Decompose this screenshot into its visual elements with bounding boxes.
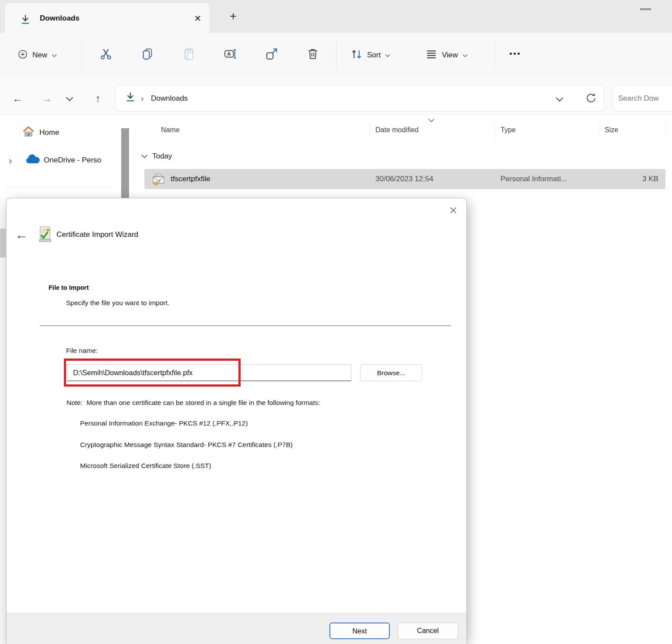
browse-button[interactable]: Browse... [360,364,422,381]
red-annotation-box [64,359,241,387]
section-subheading: Specify the file you want to import. [66,299,169,307]
up-icon[interactable]: ↑ [89,90,107,107]
sidebar-item-home[interactable]: Home [22,124,120,141]
file-date-modified: 30/06/2023 12:54 [375,169,433,189]
view-button[interactable]: View [423,44,470,66]
share-button[interactable] [262,45,281,64]
sort-button-label: Sort [367,51,381,60]
onedrive-cloud-icon [24,154,40,166]
back-icon[interactable]: ← [9,90,26,107]
home-icon [22,125,35,140]
tab-close-icon[interactable]: ✕ [190,12,205,25]
expander-chevron-icon[interactable]: › [9,155,12,167]
chevron-down-icon [385,51,390,59]
sidebar-item-label: OneDrive - Perso [44,156,101,165]
format-item: Personal Information Exchange- PKCS #12 … [80,419,248,427]
toolbar-divider [81,42,82,69]
new-button-label: New [32,51,47,60]
pfx-certificate-file-icon [152,172,166,187]
rename-icon: A [224,47,237,62]
back-icon[interactable]: ← [13,226,30,244]
section-separator [40,325,451,326]
column-separator[interactable] [598,123,599,138]
toolbar-divider [494,42,495,69]
svg-text:A: A [227,51,231,56]
address-dropdown-chevron-icon[interactable] [556,96,564,104]
close-icon[interactable]: ✕ [446,204,461,218]
column-separator[interactable] [370,123,370,138]
scissors-icon [99,47,112,62]
search-input[interactable] [618,86,672,111]
table-row[interactable]: tfscertpfxfile 30/06/2023 12:54 Personal… [144,169,665,189]
download-icon [125,91,136,104]
certificate-import-wizard-dialog: ✕ ← Certificate Import Wizard File to Im… [6,198,467,644]
minimize-icon[interactable] [640,8,651,10]
next-button[interactable]: Next [329,623,390,639]
sort-icon [350,48,363,62]
address-bar[interactable]: › Downloads [116,85,604,112]
share-icon [265,47,278,62]
view-list-icon [425,48,438,62]
sort-button[interactable]: Sort [348,44,393,66]
file-size: 3 KB [604,169,658,189]
dialog-title: Certificate Import Wizard [56,225,138,244]
certificate-wizard-icon [38,225,52,245]
column-header-date-modified[interactable]: Date modified [375,126,419,134]
column-separator[interactable] [665,123,666,138]
more-options-icon[interactable]: ••• [504,45,527,64]
sidebar-item-onedrive[interactable]: OneDrive - Perso [24,151,121,169]
file-name-label: File name: [66,347,98,355]
chevron-down-icon [141,152,148,160]
copy-button[interactable] [138,45,157,64]
refresh-icon[interactable] [585,92,597,106]
delete-button[interactable] [303,45,322,64]
plus-circle-icon [18,49,28,61]
new-button[interactable]: New [11,44,63,66]
breadcrumb-location[interactable]: Downloads [151,85,188,111]
file-name: tfscertpfxfile [171,169,210,189]
sort-indicator-chevron-icon [428,116,435,124]
toolbar-divider [336,42,336,69]
clipboard-icon [182,47,196,62]
search-box[interactable] [612,85,672,112]
note-text: Note: More than one certificate can be s… [66,399,320,407]
tab-downloads[interactable]: Downloads ✕ [4,3,210,33]
column-separator[interactable] [494,123,495,138]
cancel-button[interactable]: Cancel [398,623,458,639]
chevron-down-icon [462,51,468,59]
chevron-down-icon [52,51,57,59]
breadcrumb-separator-icon: › [141,85,144,111]
paste-button[interactable] [179,45,199,64]
group-header-today[interactable]: Today [141,150,172,163]
column-header-type[interactable]: Type [500,126,516,134]
format-item: Microsoft Serialized Certificate Store (… [80,462,211,470]
history-chevron-icon[interactable] [66,95,74,103]
download-icon [20,14,31,27]
format-item: Cryptographic Message Syntax Standard- P… [80,441,293,449]
sidebar-divider [7,187,110,187]
group-header-label: Today [152,152,172,161]
column-header-size[interactable]: Size [605,126,618,134]
view-button-label: View [442,51,458,60]
tab-title: Downloads [40,3,80,33]
rename-button[interactable]: A [220,45,240,64]
background-scrollbar-fragment [0,229,6,257]
new-tab-button[interactable]: + [225,8,242,25]
file-type: Personal Informati... [500,169,567,189]
forward-icon[interactable]: → [38,90,56,107]
copy-icon [141,47,154,62]
section-heading: File to Import [49,284,89,291]
column-header-name[interactable]: Name [161,126,180,134]
cut-button[interactable] [96,45,116,64]
sidebar-scrollbar[interactable] [121,128,129,198]
sidebar-item-label: Home [39,128,59,137]
trash-icon [306,47,319,62]
